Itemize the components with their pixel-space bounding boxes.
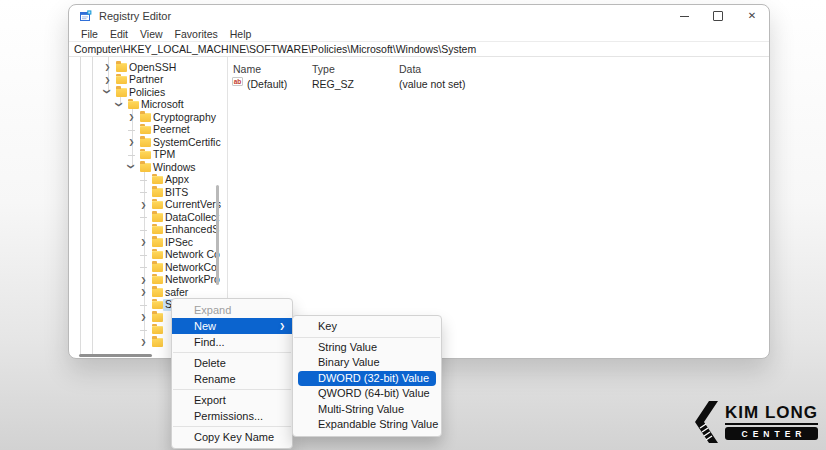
menu-bar: FileEditViewFavoritesHelp bbox=[69, 27, 769, 41]
column-header-name[interactable]: Name bbox=[233, 63, 261, 75]
context-menu-item-permissions[interactable]: Permissions... bbox=[172, 408, 292, 424]
submenu-item-multi-string-value[interactable]: Multi-String Value bbox=[293, 402, 441, 418]
folder-icon bbox=[152, 338, 163, 347]
folder-icon bbox=[152, 213, 163, 222]
tree-item-tpm[interactable]: TPM bbox=[69, 149, 227, 162]
tree-item-peernet[interactable]: Peernet bbox=[69, 124, 227, 137]
context-menu-item-copy-key-name[interactable]: Copy Key Name bbox=[172, 429, 292, 445]
tree-connector-line bbox=[140, 192, 147, 193]
watermark-subtitle: CENTER bbox=[725, 427, 818, 440]
chevron-collapsed-icon[interactable] bbox=[128, 138, 135, 145]
close-button[interactable] bbox=[735, 5, 769, 27]
tree-item-bits[interactable]: BITS bbox=[69, 186, 227, 199]
menu-separator bbox=[173, 389, 291, 390]
folder-icon bbox=[140, 126, 151, 135]
submenu-item-qword-64-bit-value[interactable]: QWORD (64-bit) Value bbox=[293, 386, 441, 402]
context-menu-item-delete[interactable]: Delete bbox=[172, 355, 292, 371]
tree-item-microsoft[interactable]: Microsoft bbox=[69, 99, 227, 112]
chevron-collapsed-icon[interactable] bbox=[140, 313, 147, 320]
tree-item-label: NetworkCo bbox=[165, 262, 217, 274]
tree-item-enhanceds[interactable]: EnhancedS bbox=[69, 224, 227, 237]
tree-item-label: safer bbox=[165, 287, 188, 299]
tree-connector-line bbox=[140, 255, 147, 256]
tree-item-partner[interactable]: Partner bbox=[69, 74, 227, 87]
tree-item-label: SystemCertific bbox=[153, 137, 221, 149]
tree-item-ipsec[interactable]: IPSec bbox=[69, 236, 227, 249]
column-header-data[interactable]: Data bbox=[399, 63, 421, 75]
menu-file[interactable]: File bbox=[81, 28, 98, 40]
tree-item-label: NetworkPro bbox=[165, 274, 220, 286]
value-data: (value not set) bbox=[399, 78, 466, 90]
folder-icon bbox=[152, 326, 163, 335]
tree-item-label: OpenSSH bbox=[129, 62, 176, 74]
folder-icon bbox=[140, 113, 151, 122]
submenu-item-binary-value[interactable]: Binary Value bbox=[293, 355, 441, 371]
tree-item-cryptography[interactable]: Cryptography bbox=[69, 111, 227, 124]
tree-item-safer[interactable]: safer bbox=[69, 286, 227, 299]
tree-item-label: Policies bbox=[129, 87, 165, 99]
folder-icon bbox=[152, 301, 163, 310]
context-menu-item-rename[interactable]: Rename bbox=[172, 371, 292, 387]
menu-edit[interactable]: Edit bbox=[110, 28, 128, 40]
tree-item-systemcertific[interactable]: SystemCertific bbox=[69, 136, 227, 149]
tree-item-network-co[interactable]: Network Co bbox=[69, 249, 227, 262]
value-name[interactable]: (Default) bbox=[247, 78, 287, 90]
watermark-title: KIM LONG bbox=[725, 404, 818, 421]
context-menu-item-new[interactable]: New bbox=[172, 318, 292, 334]
watermark-divider bbox=[725, 423, 818, 425]
folder-icon bbox=[116, 76, 127, 85]
tree-connector-line bbox=[128, 155, 135, 156]
folder-icon bbox=[152, 276, 163, 285]
submenu-item-dword-32-bit-value[interactable]: DWORD (32-bit) Value bbox=[298, 371, 436, 387]
chevron-collapsed-icon[interactable] bbox=[104, 63, 111, 70]
address-bar[interactable]: Computer\HKEY_LOCAL_MACHINE\SOFTWARE\Pol… bbox=[69, 41, 769, 57]
tree-item-currentvers[interactable]: CurrentVers bbox=[69, 199, 227, 212]
submenu-item-key[interactable]: Key bbox=[293, 319, 441, 335]
chevron-expanded-icon[interactable] bbox=[116, 101, 123, 108]
watermark: KIM LONG CENTER bbox=[692, 401, 818, 443]
column-header-type[interactable]: Type bbox=[312, 63, 335, 75]
folder-icon bbox=[152, 251, 163, 260]
minimize-button[interactable] bbox=[667, 5, 701, 27]
maximize-button[interactable] bbox=[701, 5, 735, 27]
context-menu-item-find[interactable]: Find... bbox=[172, 334, 292, 350]
tree-item-appx[interactable]: Appx bbox=[69, 174, 227, 187]
folder-icon bbox=[152, 201, 163, 210]
menu-separator bbox=[173, 426, 291, 427]
chevron-collapsed-icon[interactable] bbox=[140, 238, 147, 245]
folder-icon bbox=[140, 163, 151, 172]
tree-connector-line bbox=[140, 267, 147, 268]
registry-editor-icon bbox=[80, 10, 92, 22]
tree-item-datacollect[interactable]: DataCollect bbox=[69, 211, 227, 224]
title-bar[interactable]: Registry Editor bbox=[69, 5, 769, 27]
window-title: Registry Editor bbox=[99, 10, 171, 22]
chevron-collapsed-icon[interactable] bbox=[140, 276, 147, 283]
tree-item-policies[interactable]: Policies bbox=[69, 86, 227, 99]
submenu-item-expandable-string-value[interactable]: Expandable String Value bbox=[293, 417, 441, 433]
chevron-expanded-icon[interactable] bbox=[104, 88, 111, 95]
tree-vertical-scrollbar[interactable] bbox=[216, 185, 219, 285]
folder-icon bbox=[152, 226, 163, 235]
tree-connector-line bbox=[140, 230, 147, 231]
menu-help[interactable]: Help bbox=[230, 28, 252, 40]
chevron-expanded-icon[interactable] bbox=[128, 163, 135, 170]
submenu-item-string-value[interactable]: String Value bbox=[293, 340, 441, 356]
context-menu-item-export[interactable]: Export bbox=[172, 392, 292, 408]
chevron-collapsed-icon[interactable] bbox=[140, 288, 147, 295]
menu-favorites[interactable]: Favorites bbox=[175, 28, 218, 40]
tree-item-windows[interactable]: Windows bbox=[69, 161, 227, 174]
tree-item-openssh[interactable]: OpenSSH bbox=[69, 61, 227, 74]
chevron-collapsed-icon[interactable] bbox=[140, 338, 147, 345]
chevron-collapsed-icon[interactable] bbox=[140, 201, 147, 208]
tree-horizontal-scrollbar[interactable] bbox=[79, 354, 152, 357]
tree-item-label: Peernet bbox=[153, 124, 190, 136]
chevron-collapsed-icon[interactable] bbox=[128, 113, 135, 120]
value-type: REG_SZ bbox=[312, 78, 354, 90]
tree-item-networkco[interactable]: NetworkCo bbox=[69, 261, 227, 274]
menu-separator bbox=[173, 352, 291, 353]
folder-icon bbox=[140, 151, 151, 160]
tree-item-networkpro[interactable]: NetworkPro bbox=[69, 274, 227, 287]
chevron-collapsed-icon[interactable] bbox=[104, 76, 111, 83]
menu-view[interactable]: View bbox=[140, 28, 163, 40]
tree-item-label: IPSec bbox=[165, 237, 193, 249]
